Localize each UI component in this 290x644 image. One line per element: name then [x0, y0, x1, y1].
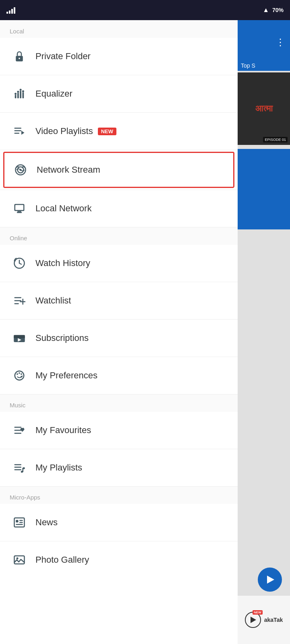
- status-right: ▲ 70%: [263, 6, 284, 14]
- svg-rect-23: [14, 303, 19, 304]
- section-online: Online: [0, 227, 238, 245]
- sidebar-item-network-stream[interactable]: Network Stream: [3, 152, 234, 188]
- svg-rect-28: [14, 335, 25, 337]
- section-local: Local: [0, 20, 238, 38]
- svg-rect-22: [14, 300, 22, 301]
- watchlist-label: Watchlist: [35, 295, 71, 306]
- svg-rect-40: [14, 467, 22, 468]
- svg-point-33: [19, 372, 20, 374]
- network-stream-label: Network Stream: [37, 165, 100, 175]
- svg-point-32: [17, 373, 18, 375]
- sidebar-item-local-network[interactable]: Local Network: [0, 190, 238, 227]
- monitor-icon: [10, 199, 29, 218]
- sidebar-item-my-favourites[interactable]: My Favourites: [0, 412, 238, 449]
- favorites-icon: [10, 421, 29, 440]
- svg-rect-38: [14, 433, 22, 434]
- video-playlists-label: Video Playlists: [35, 126, 93, 136]
- takatak-play-icon: [251, 617, 256, 623]
- photo-gallery-label: Photo Gallery: [35, 555, 89, 565]
- svg-point-7: [17, 91, 19, 93]
- svg-rect-18: [15, 205, 23, 210]
- svg-point-44: [23, 467, 25, 469]
- svg-rect-3: [17, 93, 19, 99]
- svg-rect-49: [16, 524, 23, 525]
- subscriptions-label: Subscriptions: [35, 333, 89, 343]
- private-folder-label: Private Folder: [35, 51, 91, 62]
- sidebar-item-my-playlists[interactable]: My Playlists: [0, 449, 238, 486]
- sidebar-item-photo-gallery[interactable]: Photo Gallery: [0, 541, 238, 578]
- sidebar-item-news[interactable]: News: [0, 504, 238, 541]
- sidebar-item-video-playlists[interactable]: Video Playlists NEW: [0, 113, 238, 150]
- blue-bar: [238, 149, 290, 229]
- svg-rect-47: [19, 520, 23, 521]
- svg-rect-29: [14, 336, 25, 338]
- svg-point-34: [21, 373, 22, 375]
- palette-icon: [10, 366, 29, 385]
- history-icon: [10, 254, 29, 273]
- lock-icon: [10, 47, 29, 66]
- svg-rect-39: [14, 464, 22, 465]
- sidebar-item-watch-history[interactable]: Watch History: [0, 245, 238, 282]
- watchlist-icon: [10, 291, 29, 310]
- news-icon: [10, 513, 29, 532]
- svg-rect-4: [20, 91, 21, 99]
- sidebar: Local Private Folder: [0, 20, 238, 644]
- equalizer-label: Equalizer: [35, 89, 72, 99]
- app-header: ⋮: [238, 20, 290, 64]
- takatak-new-badge: NEW: [253, 610, 263, 615]
- svg-rect-20: [17, 212, 22, 213]
- drawer-overlay: Local Private Folder: [0, 20, 290, 644]
- svg-rect-41: [14, 469, 22, 471]
- sidebar-item-equalizer[interactable]: Equalizer: [0, 75, 238, 112]
- svg-rect-12: [14, 133, 20, 134]
- thumbnail-area: आत्मा EPISODE 01: [238, 72, 290, 145]
- photo-icon: [10, 550, 29, 570]
- status-left: [6, 6, 15, 14]
- takatak-text: akaTak: [264, 617, 283, 623]
- network-stream-icon: [11, 160, 30, 180]
- takatak-logo[interactable]: NEW: [245, 612, 261, 628]
- subscriptions-icon: [10, 328, 29, 348]
- svg-rect-48: [19, 522, 23, 523]
- svg-rect-11: [14, 130, 22, 132]
- svg-rect-46: [16, 520, 18, 522]
- svg-point-16: [20, 169, 22, 171]
- svg-rect-36: [14, 427, 22, 428]
- divider: [0, 150, 238, 150]
- takatak-area: NEW akaTak: [238, 596, 290, 644]
- more-options-icon[interactable]: ⋮: [276, 37, 285, 48]
- sidebar-item-watchlist[interactable]: Watchlist: [0, 282, 238, 319]
- hindi-title: आत्मा: [255, 103, 273, 114]
- equalizer-icon: [10, 84, 29, 103]
- svg-point-51: [17, 557, 19, 559]
- svg-rect-21: [14, 297, 22, 298]
- playlists-icon: [10, 458, 29, 477]
- svg-point-9: [22, 90, 24, 92]
- svg-rect-19: [17, 211, 21, 212]
- my-favourites-label: My Favourites: [35, 425, 91, 436]
- watch-history-label: Watch History: [35, 258, 90, 268]
- my-playlists-label: My Playlists: [35, 462, 82, 473]
- local-network-label: Local Network: [35, 203, 91, 214]
- signal-icon: [6, 6, 15, 14]
- svg-marker-13: [21, 131, 25, 135]
- sidebar-item-my-preferences[interactable]: My Preferences: [0, 357, 238, 394]
- playlist-play-icon: [10, 122, 29, 141]
- section-micro-apps: Micro-Apps: [0, 486, 238, 504]
- svg-rect-5: [23, 92, 24, 98]
- status-bar: ▲ 70%: [0, 0, 290, 20]
- svg-rect-10: [14, 128, 22, 129]
- sidebar-item-subscriptions[interactable]: Subscriptions: [0, 320, 238, 357]
- svg-point-8: [20, 89, 22, 91]
- svg-point-6: [14, 93, 17, 95]
- svg-rect-50: [14, 556, 25, 564]
- play-icon: [267, 576, 274, 584]
- episode-badge: EPISODE 01: [263, 137, 288, 142]
- sidebar-item-private-folder[interactable]: Private Folder: [0, 38, 238, 75]
- new-badge: NEW: [98, 128, 116, 135]
- svg-rect-2: [15, 95, 17, 99]
- play-button[interactable]: [258, 568, 282, 592]
- news-label: News: [35, 517, 58, 528]
- svg-point-1: [19, 58, 20, 59]
- thumbnail-inner: आत्मा EPISODE 01: [238, 72, 290, 145]
